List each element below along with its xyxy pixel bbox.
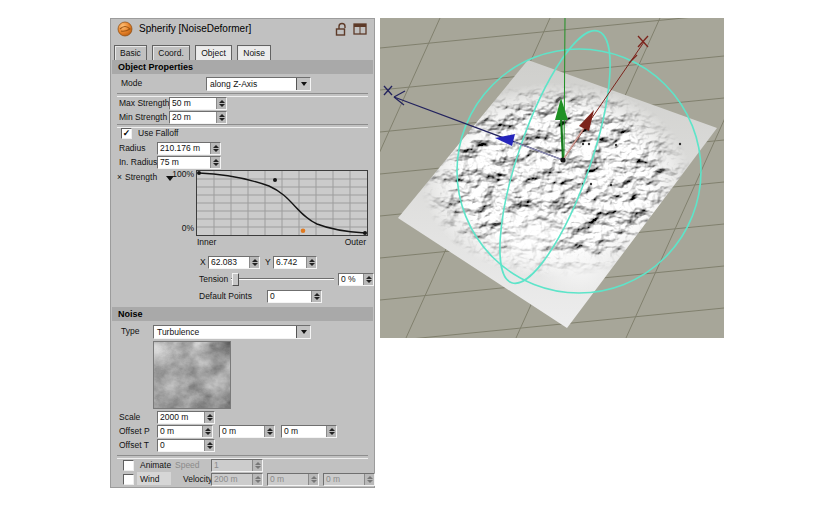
point-x-label: X bbox=[200, 256, 206, 269]
tab-noise[interactable]: Noise bbox=[237, 45, 271, 61]
curve-point-selected[interactable] bbox=[301, 228, 306, 233]
velocity-x-field: 200 m bbox=[211, 473, 263, 486]
offset-p-label: Offset P bbox=[119, 425, 150, 438]
velocity-label: Velocity bbox=[183, 473, 212, 486]
spinner-icon[interactable] bbox=[204, 440, 214, 451]
spinner-icon[interactable] bbox=[306, 257, 316, 268]
spinner-icon[interactable] bbox=[216, 98, 226, 109]
spinner-icon bbox=[364, 474, 374, 485]
panel-title: Spherify [NoiseDeformer] bbox=[139, 21, 251, 37]
animate-checkbox[interactable] bbox=[123, 460, 134, 471]
tension-slider[interactable] bbox=[231, 273, 334, 286]
object-origin[interactable] bbox=[560, 157, 565, 162]
noise-preview bbox=[153, 341, 231, 409]
spinner-icon bbox=[252, 460, 262, 471]
tab-bar: Basic Coord. Object Noise bbox=[114, 42, 272, 58]
manager-window-icon[interactable] bbox=[353, 23, 367, 35]
dropdown-arrow-icon[interactable] bbox=[296, 326, 310, 338]
tab-object[interactable]: Object bbox=[195, 45, 232, 61]
tension-label: Tension bbox=[199, 273, 228, 286]
offset-p-z-field[interactable]: 0 m bbox=[281, 425, 337, 438]
velocity-z-field: 0 m bbox=[323, 473, 375, 486]
velocity-y-field: 0 m bbox=[267, 473, 319, 486]
offset-t-label: Offset T bbox=[119, 439, 149, 452]
use-falloff-checkbox[interactable]: ✓ bbox=[121, 128, 132, 139]
3d-viewport[interactable] bbox=[380, 18, 724, 338]
offset-t-field[interactable]: 0 bbox=[157, 439, 215, 452]
in-radius-label: In. Radius bbox=[119, 156, 157, 169]
tab-coord[interactable]: Coord. bbox=[152, 45, 190, 61]
noise-header: Noise bbox=[112, 307, 373, 321]
spinner-icon[interactable] bbox=[202, 426, 212, 437]
lock-open-icon[interactable] bbox=[335, 22, 348, 36]
spinner-icon bbox=[308, 474, 318, 485]
spinner-icon[interactable] bbox=[326, 426, 336, 437]
min-strength-field[interactable]: 20 m bbox=[169, 111, 227, 124]
spinner-icon[interactable] bbox=[363, 274, 373, 285]
dropdown-arrow-icon[interactable] bbox=[296, 78, 310, 90]
speed-field: 1 bbox=[211, 459, 263, 472]
noise-type-label: Type bbox=[121, 325, 139, 338]
object-properties-header: Object Properties bbox=[112, 60, 373, 74]
tension-field[interactable]: 0 % bbox=[338, 273, 374, 286]
spinner-icon[interactable] bbox=[210, 143, 220, 154]
strength-axis-label: Strength bbox=[125, 171, 157, 184]
point-y-field[interactable]: 6.742 bbox=[273, 256, 317, 269]
spinner-icon[interactable] bbox=[210, 157, 220, 168]
default-points-field[interactable]: 0 bbox=[267, 290, 322, 303]
curve-ymax-label: 100% bbox=[169, 168, 194, 181]
wind-checkbox[interactable] bbox=[123, 474, 134, 485]
point-x-field[interactable]: 62.083 bbox=[208, 256, 260, 269]
use-falloff-label: Use Falloff bbox=[138, 127, 178, 140]
offset-p-y-field[interactable]: 0 m bbox=[219, 425, 275, 438]
scale-field[interactable]: 2000 m bbox=[157, 411, 215, 424]
spherify-icon bbox=[117, 21, 133, 37]
wind-label: Wind bbox=[140, 473, 159, 486]
curve-point[interactable] bbox=[273, 178, 277, 182]
curve-xmax-label: Outer bbox=[316, 236, 366, 249]
tab-basic[interactable]: Basic bbox=[114, 45, 147, 61]
spinner-icon[interactable] bbox=[216, 112, 226, 123]
strength-axis-prefix: × bbox=[117, 171, 122, 184]
spinner-icon[interactable] bbox=[204, 412, 214, 423]
speed-label: Speed bbox=[175, 459, 200, 472]
noise-type-select[interactable]: Turbulence bbox=[153, 325, 311, 339]
curve-xmin-label: Inner bbox=[197, 236, 216, 249]
spinner-icon[interactable] bbox=[249, 257, 259, 268]
spinner-icon bbox=[252, 474, 262, 485]
curve-ymin-label: 0% bbox=[169, 222, 194, 235]
offset-p-x-field[interactable]: 0 m bbox=[157, 425, 213, 438]
screen: Spherify [NoiseDeformer] Basic Coord. Ob… bbox=[0, 0, 835, 508]
scale-label: Scale bbox=[119, 411, 140, 424]
max-strength-field[interactable]: 50 m bbox=[169, 97, 227, 110]
min-strength-label: Min Strength bbox=[119, 111, 167, 124]
spinner-icon[interactable] bbox=[311, 291, 321, 302]
radius-label: Radius bbox=[119, 142, 145, 155]
default-points-label: Default Points bbox=[199, 290, 252, 303]
curve-point[interactable] bbox=[363, 231, 367, 235]
radius-field[interactable]: 210.176 m bbox=[157, 142, 221, 155]
max-strength-label: Max Strength bbox=[119, 97, 170, 110]
mode-label: Mode bbox=[121, 77, 142, 90]
curve-point[interactable] bbox=[197, 171, 201, 175]
animate-label: Animate bbox=[140, 459, 171, 472]
point-y-label: Y bbox=[265, 256, 271, 269]
mode-select[interactable]: along Z-Axis bbox=[206, 77, 311, 91]
attribute-manager-panel: Spherify [NoiseDeformer] Basic Coord. Ob… bbox=[110, 18, 375, 488]
spinner-icon[interactable] bbox=[264, 426, 274, 437]
falloff-curve-editor[interactable] bbox=[196, 170, 368, 236]
slider-thumb[interactable] bbox=[232, 273, 239, 286]
